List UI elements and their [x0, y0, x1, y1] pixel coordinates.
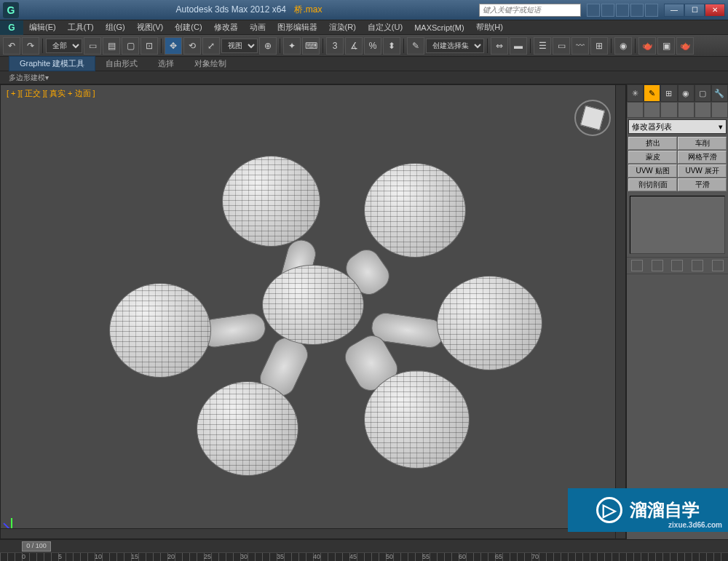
curve-editor-button[interactable]: 〰	[571, 37, 589, 55]
align-button[interactable]: ▬	[510, 37, 527, 55]
viewcube[interactable]	[574, 100, 611, 136]
menu-animation[interactable]: 动画	[244, 22, 272, 33]
close-button[interactable]: ✕	[705, 4, 725, 17]
subcategory-3[interactable]	[660, 102, 677, 118]
remove-modifier-icon[interactable]	[692, 260, 703, 271]
schematic-view-button[interactable]: ⊞	[590, 37, 608, 55]
angle-snap-button[interactable]: ∡	[345, 37, 363, 55]
ribbon-tab-paint[interactable]: 对象绘制	[184, 57, 237, 71]
menu-customize[interactable]: 自定义(U)	[362, 22, 408, 33]
redo-button[interactable]: ↷	[22, 37, 39, 55]
viewport-label[interactable]: [ + ][ 正交 ][ 真实 + 边面 ]	[7, 88, 95, 99]
tab-utilities[interactable]: 🔧	[711, 84, 728, 102]
ribbon-toggle-button[interactable]: ▭	[553, 37, 570, 55]
modify-subcategory-bar	[627, 102, 728, 118]
select-rotate-button[interactable]: ⟲	[183, 37, 201, 55]
pin-stack-icon[interactable]	[631, 260, 643, 271]
subcategory-2[interactable]	[644, 102, 660, 118]
menu-modifiers[interactable]: 修改器	[208, 22, 244, 33]
subscription-icon[interactable]	[601, 4, 614, 17]
modifier-meshsmooth[interactable]: 网格平滑	[678, 151, 727, 164]
search-icon[interactable]	[587, 4, 600, 17]
3d-model-blob[interactable]	[95, 112, 531, 476]
select-by-name-button[interactable]: ▤	[103, 37, 120, 55]
subcategory-6[interactable]	[711, 102, 728, 118]
window-crossing-button[interactable]: ⊡	[141, 37, 158, 55]
modifier-skin[interactable]: 蒙皮	[628, 151, 677, 164]
app-icon[interactable]: G	[3, 2, 19, 18]
time-slider-thumb[interactable]: 0 / 100	[22, 541, 51, 552]
menu-bar: G 编辑(E) 工具(T) 组(G) 视图(V) 创建(C) 修改器 动画 图形…	[0, 20, 728, 35]
render-production-button[interactable]: 🫖	[676, 37, 694, 55]
menu-create[interactable]: 创建(C)	[169, 22, 207, 33]
menu-tools[interactable]: 工具(T)	[62, 22, 100, 33]
menu-graph-editors[interactable]: 图形编辑器	[272, 22, 323, 33]
modifier-extrude[interactable]: 挤出	[628, 137, 677, 150]
command-panel: ✳ ✎ ⊞ ◉ ▢ 🔧 修改器列表 ▾ 挤出 车削 蒙皮 网格平滑 UVW 贴图…	[626, 84, 728, 539]
viewport[interactable]: [ + ][ 正交 ][ 真实 + 边面 ]	[0, 84, 626, 539]
menu-group[interactable]: 组(G)	[100, 22, 131, 33]
menu-views[interactable]: 视图(V)	[131, 22, 170, 33]
undo-button[interactable]: ↶	[3, 37, 20, 55]
material-editor-button[interactable]: ◉	[614, 37, 632, 55]
modifier-stack[interactable]	[630, 196, 725, 254]
spinner-snap-button[interactable]: ⬍	[383, 37, 400, 55]
ribbon-tab-graphite[interactable]: Graphite 建模工具	[9, 56, 95, 71]
exchange-icon[interactable]	[616, 4, 629, 17]
menu-rendering[interactable]: 渲染(R)	[323, 22, 362, 33]
configure-sets-icon[interactable]	[712, 260, 724, 271]
main-area: [ + ][ 正交 ][ 真实 + 边面 ]	[0, 84, 728, 539]
selection-region-button[interactable]: ▢	[122, 37, 139, 55]
selection-filter-combo[interactable]: 全部	[46, 39, 82, 53]
percent-snap-button[interactable]: %	[364, 37, 381, 55]
tab-modify[interactable]: ✎	[644, 84, 660, 102]
modifier-lathe[interactable]: 车削	[678, 137, 727, 150]
tab-display[interactable]: ▢	[695, 84, 711, 102]
manipulate-button[interactable]: ✦	[283, 37, 301, 55]
viewport-scrollbar-horizontal[interactable]	[1, 528, 615, 538]
edit-selection-set-button[interactable]: ✎	[407, 37, 424, 55]
subcategory-5[interactable]	[695, 102, 711, 118]
ribbon-subpanel[interactable]: 多边形建模 ▾	[0, 71, 728, 84]
render-setup-button[interactable]: 🫖	[638, 37, 656, 55]
show-end-result-icon[interactable]	[652, 260, 663, 271]
select-object-button[interactable]: ▭	[84, 37, 101, 55]
ribbon-tab-freeform[interactable]: 自由形式	[95, 57, 148, 71]
time-slider[interactable]: 0 / 100	[0, 539, 728, 552]
modifier-list-combo[interactable]: 修改器列表 ▾	[628, 119, 727, 134]
help-search-input[interactable]	[479, 4, 581, 17]
help-icon[interactable]	[645, 4, 658, 17]
tab-motion[interactable]: ◉	[678, 84, 695, 102]
subcategory-4[interactable]	[678, 102, 695, 118]
minimize-button[interactable]: —	[664, 4, 684, 17]
ribbon-tab-selection[interactable]: 选择	[148, 57, 184, 71]
viewport-scrollbar-vertical[interactable]	[615, 85, 625, 538]
named-selection-combo[interactable]: 创建选择集	[426, 39, 484, 53]
track-bar[interactable]: 0 5 10 15 20 25 30 35 40 45 50 55 60 65 …	[0, 552, 728, 561]
keyboard-shortcut-button[interactable]: ⌨	[302, 37, 320, 55]
modifier-slice[interactable]: 剖切剖面	[628, 178, 677, 191]
window-title: Autodesk 3ds Max 2012 x64 桥.max	[19, 4, 479, 16]
pivot-center-button[interactable]: ⊕	[259, 37, 277, 55]
title-bar: G Autodesk 3ds Max 2012 x64 桥.max — ☐ ✕	[0, 0, 728, 20]
snap-2d-button[interactable]: 3	[326, 37, 344, 55]
maximize-button[interactable]: ☐	[684, 4, 705, 17]
subcategory-1[interactable]	[627, 102, 644, 118]
mirror-button[interactable]: ⇔	[491, 37, 508, 55]
menu-edit[interactable]: 编辑(E)	[23, 22, 62, 33]
layer-manager-button[interactable]: ☰	[534, 37, 551, 55]
favorites-icon[interactable]	[630, 4, 644, 17]
modifier-uvwunwrap[interactable]: UVW 展开	[678, 164, 727, 178]
tab-hierarchy[interactable]: ⊞	[660, 84, 677, 102]
modifier-uvwmap[interactable]: UVW 贴图	[628, 164, 677, 178]
select-move-button[interactable]: ✥	[165, 37, 182, 55]
menu-help[interactable]: 帮助(H)	[470, 22, 509, 33]
make-unique-icon[interactable]	[671, 260, 683, 271]
tab-create[interactable]: ✳	[627, 84, 644, 102]
menu-maxscript[interactable]: MAXScript(M)	[408, 23, 470, 32]
modifier-smooth[interactable]: 平滑	[678, 178, 727, 191]
ref-coord-combo[interactable]: 视图	[221, 39, 258, 53]
application-menu-button[interactable]: G	[0, 20, 23, 35]
select-scale-button[interactable]: ⤢	[202, 37, 220, 55]
render-frame-button[interactable]: ▣	[657, 37, 675, 55]
